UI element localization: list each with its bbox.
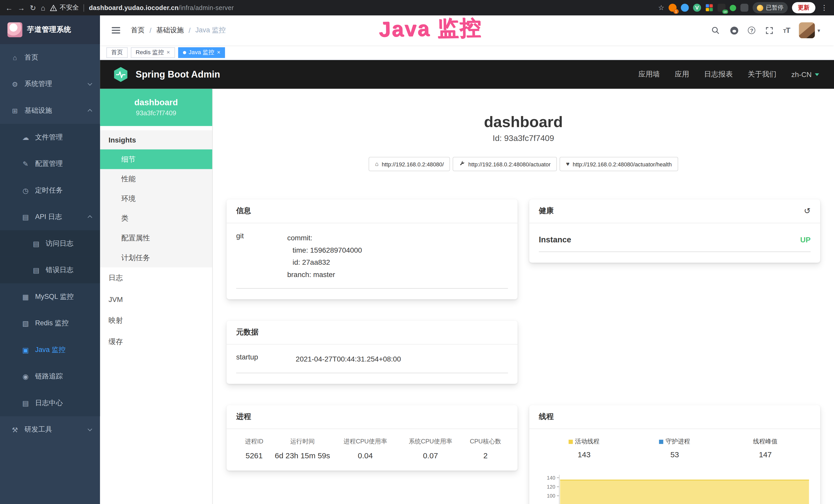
cards-grid: 信息 git commit: time: 1596289704000 id: 2…: [226, 200, 820, 504]
breadcrumb-infra[interactable]: 基础设施: [156, 25, 184, 35]
update-button[interactable]: 更新: [792, 2, 815, 13]
tab-redis-monitor[interactable]: Redis 监控×: [131, 47, 175, 58]
user-menu[interactable]: ▾: [799, 22, 820, 38]
sidebar-item-redis[interactable]: ▧Redis 监控: [0, 310, 100, 337]
extension-grid-icon[interactable]: [705, 4, 713, 12]
home-icon: ⌂: [375, 161, 379, 167]
breadcrumb-java: Java 监控: [195, 25, 226, 35]
collapse-sidebar-icon[interactable]: [110, 25, 123, 36]
sidebar-item-home[interactable]: ⌂首页: [0, 44, 100, 71]
extension-drop-icon[interactable]: [681, 4, 689, 12]
annotation-java-monitor: Java 监控: [378, 13, 482, 44]
wrench-icon: [459, 160, 465, 167]
sidebar-item-config[interactable]: ✎配置管理: [0, 151, 100, 177]
sidebar-item-jobs[interactable]: ◷定时任务: [0, 177, 100, 204]
sidebar-item-log-center[interactable]: ▤日志中心: [0, 390, 100, 416]
sba-item-classes[interactable]: 类: [100, 208, 212, 228]
extension-orange-icon[interactable]: 1: [668, 4, 677, 12]
sidebar-item-mysql[interactable]: ▦MySQL 监控: [0, 283, 100, 310]
live-threads-value: 143: [539, 450, 630, 459]
heart-icon: ♥: [566, 161, 570, 167]
extension-leaf-icon[interactable]: [730, 5, 736, 11]
health-url-button[interactable]: ♥http://192.168.0.2:48080/actuator/healt…: [560, 157, 678, 171]
sidebar-item-infrastructure[interactable]: ⊞基础设施: [0, 97, 100, 124]
reload-icon[interactable]: ↻: [30, 4, 36, 12]
locale-select[interactable]: zh-CN: [791, 70, 819, 78]
sba-item-scheduled-tasks[interactable]: 计划任务: [100, 248, 212, 268]
tools-icon: ⚒: [10, 426, 19, 434]
sidebar-item-error-log[interactable]: ▤错误日志: [0, 257, 100, 283]
sba-item-metrics[interactable]: 性能: [100, 169, 212, 189]
instance-links: ⌂http://192.168.0.2:48080/ http://192.16…: [226, 157, 820, 171]
forward-icon[interactable]: →: [18, 4, 25, 12]
health-card: 健康 ↺ Instance UP: [529, 200, 820, 263]
sidebar-item-java[interactable]: ▣Java 监控: [0, 337, 100, 363]
bookmark-star-icon[interactable]: ☆: [658, 4, 664, 12]
sidebar-item-access-log[interactable]: ▤访问日志: [0, 230, 100, 257]
breadcrumb-home[interactable]: 首页: [131, 25, 145, 35]
sba-nav-applications[interactable]: 应用: [675, 70, 689, 79]
vue-devtools-icon[interactable]: V: [693, 4, 701, 12]
instance-header[interactable]: dashboard 93a3fc7f7409: [100, 89, 212, 126]
help-icon[interactable]: ?: [748, 27, 755, 34]
sidebar-item-dev-tools[interactable]: ⚒研发工具: [0, 416, 100, 443]
browser-menu-icon[interactable]: ⋮: [820, 4, 829, 12]
sba-item-mappings[interactable]: 映射: [100, 310, 212, 331]
spring-boot-admin-logo: [113, 67, 129, 83]
browser-home-icon[interactable]: ⌂: [41, 4, 45, 12]
infrastructure-icon: ⊞: [10, 107, 19, 115]
health-instance-row: Instance UP: [539, 232, 811, 252]
close-icon[interactable]: ×: [217, 49, 220, 55]
history-icon[interactable]: ↺: [804, 206, 811, 216]
sba-item-jvm[interactable]: JVM: [100, 289, 212, 310]
extension-switch-icon[interactable]: on: [718, 4, 726, 12]
sba-content: dashboard Id: 93a3fc7f7409 ⌂http://192.1…: [213, 89, 834, 504]
git-commit-time: time: 1596289704000: [287, 244, 508, 256]
sidebar-item-tracing[interactable]: ◉链路追踪: [0, 363, 100, 390]
sidebar-item-system[interactable]: ⚙系统管理: [0, 71, 100, 97]
sba-item-caches[interactable]: 缓存: [100, 331, 212, 352]
sba-item-details[interactable]: 细节: [100, 150, 212, 169]
fullscreen-icon[interactable]: [764, 25, 774, 35]
sba-item-config-props[interactable]: 配置属性: [100, 228, 212, 248]
sba-item-environment[interactable]: 环境: [100, 189, 212, 208]
git-branch: branch: master: [287, 269, 508, 281]
instance-url-button[interactable]: ⌂http://192.168.0.2:48080/: [369, 157, 450, 171]
app-title: 芋道管理系统: [27, 25, 71, 35]
admin-sidebar: 芋道管理系统 ⌂首页 ⚙系统管理 ⊞基础设施 ☁文件管理 ✎配置管理 ◷定时任务…: [0, 16, 100, 504]
paused-emoji-icon: [757, 5, 763, 11]
sba-item-loggers[interactable]: 日志: [100, 268, 212, 289]
navbar-actions: ? TT ▾: [711, 22, 825, 38]
tags-view: 首页 Redis 监控× Java 监控×: [100, 45, 834, 60]
browser-chrome: ← → ↻ ⌂ 不安全 dashboard.yudao.iocoder.cn/i…: [0, 0, 834, 16]
startup-timestamp: 2021-04-27T00:44:31.254+08:00: [295, 353, 508, 365]
tab-home[interactable]: 首页: [106, 47, 128, 58]
sba-group-insights[interactable]: Insights: [100, 130, 212, 150]
monitor-icon: ▣: [21, 346, 30, 354]
sidebar-item-api-log[interactable]: ▤API 日志: [0, 204, 100, 230]
cpu-cores: 2: [463, 451, 508, 460]
paused-badge[interactable]: 已暂停: [752, 2, 788, 13]
sidebar-item-files[interactable]: ☁文件管理: [0, 124, 100, 151]
screen: ← → ↻ ⌂ 不安全 dashboard.yudao.iocoder.cn/i…: [0, 0, 834, 504]
font-size-icon[interactable]: TT: [783, 26, 790, 35]
sba-header: Spring Boot Admin 应用墙 应用 日志报表 关于我们 zh-CN: [100, 60, 834, 89]
security-label: 不安全: [60, 3, 79, 12]
extensions-puzzle-icon[interactable]: [741, 4, 748, 12]
close-icon[interactable]: ×: [167, 49, 170, 55]
back-icon[interactable]: ←: [5, 4, 13, 12]
sba-brand[interactable]: Spring Boot Admin: [136, 69, 220, 80]
process-cpu: 0.04: [333, 451, 398, 460]
sba-nav-wallboard[interactable]: 应用墙: [638, 70, 660, 79]
app-logo[interactable]: 芋道管理系统: [0, 16, 100, 44]
status-badge: UP: [800, 235, 811, 244]
tab-java-monitor[interactable]: Java 监控×: [178, 47, 225, 58]
search-icon[interactable]: [711, 25, 720, 35]
sba-nav-journal[interactable]: 日志报表: [704, 70, 733, 79]
github-icon[interactable]: [729, 25, 739, 35]
address-bar[interactable]: dashboard.yudao.iocoder.cn/infra/admin-s…: [89, 4, 234, 12]
daemon-threads-value: 53: [629, 450, 720, 459]
security-chip[interactable]: 不安全: [50, 3, 79, 12]
actuator-url-button[interactable]: http://192.168.0.2:48080/actuator: [453, 157, 557, 171]
sba-nav-about[interactable]: 关于我们: [748, 70, 776, 79]
